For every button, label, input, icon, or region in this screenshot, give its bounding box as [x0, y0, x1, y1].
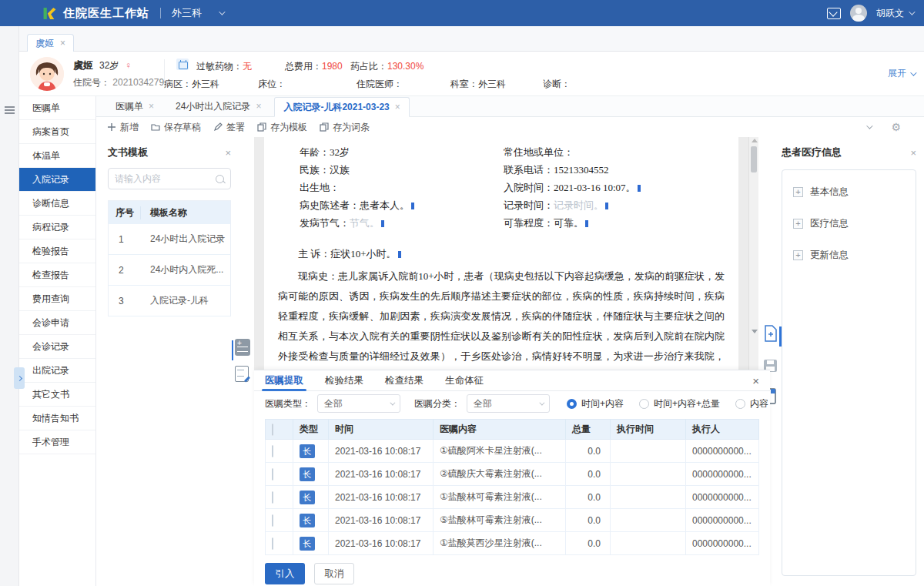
tab-exam-results[interactable]: 检查结果	[385, 370, 424, 390]
expand-plus-icon[interactable]: +	[793, 187, 803, 197]
expand-plus-icon[interactable]: +	[793, 219, 803, 229]
tab-lab-results[interactable]: 检验结果	[325, 370, 363, 390]
row-checkbox[interactable]	[272, 537, 273, 550]
order-row[interactable]: 长 2021-03-16 10:08:17 ①盐酸林可霉素注射液(... 0.0…	[266, 486, 759, 509]
close-icon[interactable]: ×	[256, 101, 261, 112]
tab-order-extract[interactable]: 医嘱提取	[265, 370, 303, 390]
save-as-phrase-button[interactable]: 存为词条	[320, 121, 370, 134]
order-row[interactable]: 长 2021-03-16 10:08:17 ①硫酸阿米卡星注射液(... 0.0…	[266, 440, 759, 463]
orders-table-header: 类型 时间 医嘱内容 总量 执行时间 执行人	[266, 420, 759, 440]
sidebar-item-other-documents[interactable]: 其它文书	[19, 383, 95, 407]
row-checkbox[interactable]	[272, 468, 273, 481]
new-document-icon[interactable]	[763, 325, 778, 342]
radio-icon[interactable]	[735, 399, 745, 409]
doc-field-birthplace[interactable]: 出生地：	[300, 181, 504, 195]
sidebar-item-diagnosis-info[interactable]: 诊断信息	[19, 192, 95, 216]
present-illness-history[interactable]: 现病史：患儿家属诉入院前10+小时，患者（现病史包括以下内容起病缓急，发病的前驱…	[278, 266, 725, 387]
tree-item-update-info[interactable]: + 更新信息	[793, 249, 905, 262]
tree-item-medical-info[interactable]: + 医疗信息	[793, 217, 905, 230]
search-input[interactable]	[115, 173, 216, 184]
close-icon[interactable]: ×	[60, 38, 65, 49]
save-as-template-button[interactable]: 存为模板	[257, 121, 307, 134]
message-icon[interactable]	[827, 8, 841, 19]
sidebar-item-exam-report[interactable]: 检查报告	[19, 263, 95, 287]
radio-time-content-total[interactable]: 时间+内容+总量	[639, 397, 720, 410]
sidebar-collapse-handle[interactable]	[14, 367, 25, 389]
doc-field-record-time[interactable]: 记录时间：记录时间。	[504, 199, 725, 213]
sidebar-item-fee-query[interactable]: 费用查询	[19, 287, 95, 311]
collapse-toolbar-icon[interactable]	[867, 122, 873, 129]
tree-item-basic-info[interactable]: + 基本信息	[793, 186, 905, 199]
sidebar-item-record-home[interactable]: 病案首页	[19, 120, 95, 144]
template-search[interactable]	[108, 168, 231, 189]
radio-time-content[interactable]: 时间+内容	[567, 397, 624, 410]
doc-field-age[interactable]: 年龄：32岁	[300, 146, 504, 159]
radio-content-only[interactable]: 内容	[735, 397, 768, 410]
doc-tab-24h-record[interactable]: 24小时出入院记录 ×	[167, 96, 270, 116]
order-row[interactable]: 长 2021-03-16 10:08:17 ②硫酸庆大霉素注射液(... 0.0…	[266, 463, 759, 486]
expand-plus-icon[interactable]: +	[793, 250, 803, 260]
save-draft-button[interactable]: 保存草稿	[151, 121, 201, 134]
new-button[interactable]: 新增	[107, 121, 139, 134]
radio-icon[interactable]	[639, 399, 649, 409]
sidebar-item-discharge-record[interactable]: 出院记录	[19, 359, 95, 383]
user-menu[interactable]: 胡跃文	[876, 7, 913, 20]
doc-field-admission-time[interactable]: 入院时间：2021-03-16 10:07。	[504, 181, 725, 195]
insert-template-icon[interactable]	[235, 339, 250, 356]
sidebar-item-orders[interactable]: 医嘱单	[19, 96, 95, 120]
order-row[interactable]: 长 2021-03-16 10:08:17 ⑤盐酸林可霉素注射液(... 0.0…	[266, 509, 759, 532]
order-class-select[interactable]: 全部	[467, 394, 550, 413]
scroll-up-icon[interactable]	[752, 139, 758, 142]
row-checkbox[interactable]	[272, 445, 273, 457]
patient-tab[interactable]: 虞姬 ×	[27, 34, 74, 52]
sidebar-item-lab-report[interactable]: 检验报告	[19, 239, 95, 263]
sidebar-item-admission-record[interactable]: 入院记录	[19, 168, 95, 192]
order-type-select[interactable]: 全部	[317, 394, 400, 413]
template-row[interactable]: 3 入院记录-儿科	[109, 286, 230, 316]
scrollbar-thumb[interactable]	[751, 146, 757, 172]
chief-complaint[interactable]: 主 诉：症状10+小时。	[278, 245, 725, 263]
cancel-button[interactable]: 取消	[314, 563, 354, 584]
close-icon[interactable]: ×	[752, 374, 759, 387]
sidebar-item-informed-consent[interactable]: 知情告知书	[19, 407, 95, 430]
gear-icon[interactable]: ⚙	[891, 121, 901, 133]
template-row[interactable]: 1 24小时出入院记录	[109, 224, 230, 255]
avatar[interactable]	[850, 5, 867, 22]
doc-tab-admission-record[interactable]: 入院记录-儿科2021-03-23 ×	[274, 97, 409, 117]
close-icon[interactable]: ×	[149, 101, 154, 112]
close-icon[interactable]: ×	[910, 147, 916, 159]
radio-icon[interactable]	[567, 399, 577, 409]
left-rail	[0, 26, 19, 586]
import-button[interactable]: 引入	[265, 563, 305, 584]
tab-vital-signs[interactable]: 生命体征	[445, 370, 484, 390]
doc-field-residence[interactable]: 常住地或单位：	[504, 146, 725, 159]
sidebar-item-surgery-management[interactable]: 手术管理	[19, 430, 95, 454]
sidebar-item-consult-record[interactable]: 会诊记录	[19, 335, 95, 359]
row-checkbox[interactable]	[272, 491, 273, 504]
select-all-checkbox[interactable]	[272, 424, 273, 436]
close-icon[interactable]: ×	[395, 102, 400, 112]
doc-field-solar-term[interactable]: 发病节气：节气。	[300, 216, 504, 230]
close-icon[interactable]: ×	[225, 147, 231, 159]
row-checkbox[interactable]	[272, 514, 273, 527]
department-select[interactable]: 外三科	[172, 6, 223, 20]
doc-tab-orders[interactable]: 医嘱单 ×	[107, 96, 162, 116]
doc-field-history-narrator[interactable]: 病史陈述者：患者本人。	[300, 199, 504, 213]
department-field: 科室：外三科	[450, 78, 506, 91]
menu-toggle-icon[interactable]	[5, 106, 15, 114]
expand-button[interactable]: 展开	[888, 67, 915, 80]
template-row[interactable]: 2 24小时内入院死...	[109, 255, 230, 286]
sign-button[interactable]: 签署	[213, 121, 245, 134]
department-label: 外三科	[172, 6, 202, 20]
sidebar-item-temperature[interactable]: 体温单	[19, 144, 95, 168]
doc-field-ethnicity[interactable]: 民族：汉族	[300, 163, 504, 177]
scroll-down-icon[interactable]	[752, 330, 758, 333]
doc-field-reliability[interactable]: 可靠程度：可靠。	[504, 216, 725, 230]
field-marker	[411, 203, 414, 209]
edit-document-icon[interactable]	[235, 366, 249, 382]
sidebar-item-progress-notes[interactable]: 病程记录	[19, 216, 95, 239]
order-row[interactable]: 长 2021-03-16 10:08:17 ①盐酸莫西沙星注射液(... 0.0…	[266, 532, 759, 555]
drug-ratio-field: 药占比：130.30%	[350, 60, 424, 73]
sidebar-item-consult-apply[interactable]: 会诊申请	[19, 311, 95, 335]
doc-field-phone[interactable]: 联系电话：15213304552	[504, 163, 725, 177]
